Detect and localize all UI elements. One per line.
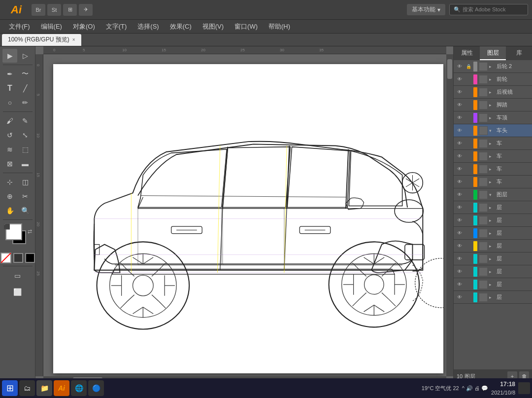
menu-select[interactable]: 选择(S) — [133, 21, 164, 33]
rotate-tool[interactable]: ↺ — [2, 128, 17, 142]
layer-expand-icon[interactable]: ▾ — [489, 192, 495, 197]
layer-visibility-icon[interactable]: 👁 — [456, 75, 464, 83]
layer-item[interactable]: 👁▾车头 — [454, 124, 532, 137]
layer-lock-icon[interactable] — [465, 268, 472, 275]
layer-visibility-icon[interactable]: 👁 — [456, 242, 464, 250]
layer-visibility-icon[interactable]: 👁 — [456, 229, 464, 237]
menu-text[interactable]: 文字(T) — [101, 21, 132, 33]
layer-lock-icon[interactable] — [465, 243, 472, 250]
symbol-tool[interactable]: ⊠ — [2, 157, 17, 171]
layer-visibility-icon[interactable]: 👁 — [456, 204, 464, 212]
share-btn[interactable]: ✈ — [79, 4, 93, 16]
library-tab[interactable]: 库 — [506, 46, 532, 60]
layer-lock-icon[interactable] — [465, 166, 472, 173]
layer-visibility-icon[interactable]: 👁 — [456, 101, 464, 109]
layer-lock-icon[interactable] — [465, 127, 472, 134]
layer-item[interactable]: 👁▸层 — [454, 240, 532, 253]
layer-visibility-icon[interactable]: 👁 — [456, 88, 464, 96]
mesh-tool[interactable]: ⊹ — [2, 175, 17, 189]
line-tool[interactable]: ╱ — [18, 81, 33, 95]
layer-item[interactable]: 👁▸层 — [454, 201, 532, 214]
layer-item[interactable]: 👁▸层 — [454, 265, 532, 278]
browser-btn[interactable]: 🌐 — [71, 380, 87, 396]
layer-visibility-icon[interactable]: 👁 — [456, 140, 464, 147]
layer-expand-icon[interactable]: ▸ — [489, 90, 495, 95]
layer-item[interactable]: 👁▸车顶 — [454, 111, 532, 124]
layer-lock-icon[interactable] — [465, 294, 472, 301]
layer-lock-icon[interactable] — [465, 281, 472, 288]
notification-btn[interactable] — [518, 382, 530, 394]
paintbrush-tool[interactable]: 🖌 — [2, 114, 17, 128]
layer-visibility-icon[interactable]: 👁 — [456, 127, 464, 135]
scissors-tool[interactable]: ✂ — [18, 189, 33, 203]
layer-visibility-icon[interactable]: 👁 — [456, 191, 464, 199]
layer-visibility-icon[interactable]: 👁 — [456, 281, 464, 289]
layer-visibility-icon[interactable]: 👁 — [456, 255, 464, 263]
layer-lock-icon[interactable] — [465, 153, 472, 160]
layer-item[interactable]: 👁▸后视镜 — [454, 86, 532, 99]
pen-tool[interactable]: ✒ — [2, 67, 17, 81]
layer-item[interactable]: 👁▸车 — [454, 150, 532, 163]
layer-item[interactable]: 👁▾图层 — [454, 188, 532, 201]
layer-lock-icon[interactable] — [465, 255, 472, 262]
layer-lock-icon[interactable] — [465, 217, 472, 224]
layer-expand-icon[interactable]: ▸ — [489, 77, 495, 82]
properties-tab[interactable]: 属性 — [454, 46, 480, 60]
tab-close-btn[interactable]: × — [72, 37, 75, 42]
swap-colors-btn[interactable]: ⇄ — [28, 228, 32, 235]
layer-item[interactable]: 👁▸层 — [454, 253, 532, 265]
layer-expand-icon[interactable]: ▸ — [489, 282, 495, 287]
menu-help[interactable]: 帮助(H) — [264, 21, 295, 33]
layer-item[interactable]: 👁▸前轮 — [454, 73, 532, 86]
layers-tab[interactable]: 图层 — [480, 46, 506, 60]
layer-item[interactable]: 👁🔒▸后轮 2 — [454, 60, 532, 73]
none-btn[interactable] — [25, 253, 35, 263]
edge-btn[interactable]: 🔵 — [88, 380, 104, 396]
free-transform-tool[interactable]: ⬚ — [18, 143, 33, 156]
gradient-none-btn[interactable] — [13, 253, 23, 263]
layer-expand-icon[interactable]: ▸ — [489, 141, 495, 146]
ellipse-tool[interactable]: ○ — [2, 96, 17, 109]
document-tab[interactable]: 100% (RGB/GPU 预览) × — [2, 34, 81, 46]
layer-visibility-icon[interactable]: 👁 — [456, 63, 464, 71]
layer-lock-icon[interactable] — [465, 140, 472, 147]
warp-tool[interactable]: ≋ — [2, 143, 17, 156]
layer-expand-icon[interactable]: ▸ — [489, 231, 495, 236]
layer-expand-icon[interactable]: ▸ — [489, 244, 495, 249]
eyedropper-tool[interactable]: ✏ — [18, 96, 33, 109]
layer-lock-icon[interactable] — [465, 76, 472, 83]
layer-lock-icon[interactable] — [465, 204, 472, 211]
layer-expand-icon[interactable]: ▸ — [489, 269, 495, 274]
screen-mode[interactable]: ⬜ — [10, 285, 25, 299]
layer-item[interactable]: 👁▸层 — [454, 214, 532, 227]
canvas-content[interactable] — [43, 54, 453, 383]
layer-lock-icon[interactable] — [465, 191, 472, 198]
layer-visibility-icon[interactable]: 👁 — [456, 268, 464, 276]
layer-lock-icon[interactable] — [465, 230, 472, 237]
layer-item[interactable]: 👁▸车 — [454, 137, 532, 150]
default-colors-btn[interactable]: ⬛ — [3, 223, 10, 230]
layer-item[interactable]: 👁▸车 — [454, 163, 532, 176]
layer-expand-icon[interactable]: ▸ — [489, 218, 495, 223]
illustrator-taskbar-btn[interactable]: Ai — [54, 380, 69, 396]
layer-expand-icon[interactable]: ▸ — [489, 205, 495, 210]
layer-expand-icon[interactable]: ▸ — [489, 167, 495, 172]
layer-visibility-icon[interactable]: 👁 — [456, 178, 464, 186]
start-button[interactable]: ⊞ — [2, 380, 18, 396]
type-tool[interactable]: T — [2, 81, 17, 95]
select-tool[interactable]: ▶ — [2, 49, 17, 63]
scrollbar-thumb-v[interactable] — [447, 59, 452, 79]
explorer-btn[interactable]: 📁 — [36, 380, 52, 396]
stroke-none-btn[interactable] — [0, 253, 11, 263]
blend-tool[interactable]: ⊕ — [2, 189, 17, 203]
layer-expand-icon[interactable]: ▸ — [489, 295, 495, 300]
menu-window[interactable]: 窗口(W) — [230, 21, 263, 33]
layer-item[interactable]: 👁▸车 — [454, 176, 532, 188]
menu-file[interactable]: 文件(F) — [4, 21, 35, 33]
layer-expand-icon[interactable]: ▾ — [489, 128, 495, 133]
zoom-tool[interactable]: 🔍 — [18, 204, 33, 217]
scale-tool[interactable]: ⤡ — [18, 128, 33, 142]
layer-item[interactable]: 👁▸层 — [454, 291, 532, 304]
layer-expand-icon[interactable]: ▸ — [489, 180, 495, 184]
layer-visibility-icon[interactable]: 👁 — [456, 165, 464, 173]
